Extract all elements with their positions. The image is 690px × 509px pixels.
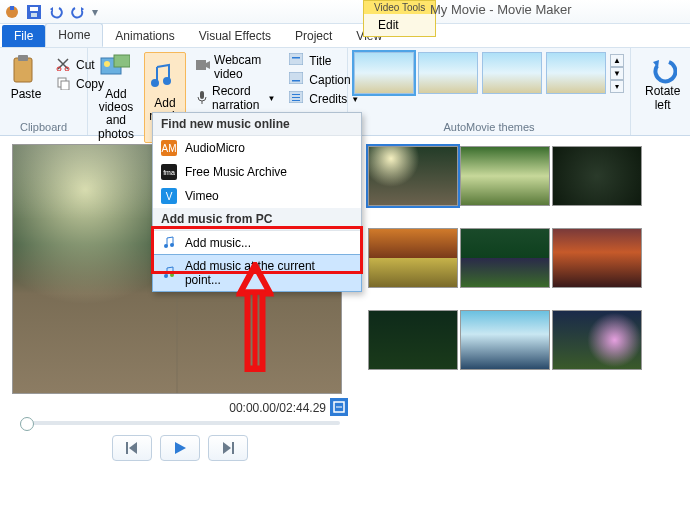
- tab-home[interactable]: Home: [45, 23, 103, 47]
- context-tab-group: Video Tools Edit: [363, 0, 436, 37]
- context-tab-header: Video Tools: [363, 0, 436, 14]
- clip-5[interactable]: [460, 228, 550, 288]
- automovie-theme-1[interactable]: [354, 52, 414, 94]
- seek-bar[interactable]: [20, 421, 340, 425]
- svg-rect-26: [292, 97, 300, 98]
- next-frame-button[interactable]: [208, 435, 248, 461]
- svg-rect-5: [14, 58, 32, 82]
- paste-label: Paste: [11, 88, 42, 101]
- save-icon[interactable]: [26, 4, 42, 20]
- fullscreen-icon[interactable]: [330, 398, 348, 416]
- paste-button[interactable]: Paste: [6, 52, 46, 103]
- quick-access-toolbar: ▾: [0, 0, 690, 24]
- webcam-button[interactable]: Webcam video: [192, 52, 279, 82]
- audiomicro-icon: AM: [161, 140, 177, 156]
- svg-rect-1: [10, 6, 14, 10]
- themes-more[interactable]: ▾: [610, 80, 624, 93]
- qat-more-icon[interactable]: ▾: [92, 5, 98, 19]
- clip-7[interactable]: [368, 310, 458, 370]
- svg-point-14: [151, 79, 159, 87]
- play-button[interactable]: [160, 435, 200, 461]
- svg-rect-20: [289, 53, 303, 65]
- ribbon-tabs: File Home Animations Visual Effects Proj…: [0, 24, 690, 48]
- dd-header-online: Find new music online: [153, 113, 361, 136]
- svg-rect-16: [196, 60, 206, 70]
- svg-rect-21: [292, 57, 300, 59]
- svg-point-33: [164, 274, 168, 278]
- clip-9[interactable]: [552, 310, 642, 370]
- svg-point-12: [104, 61, 110, 67]
- svg-rect-27: [292, 100, 300, 101]
- automovie-theme-2[interactable]: [418, 52, 478, 94]
- tab-edit[interactable]: Edit: [363, 14, 436, 37]
- svg-point-15: [163, 77, 171, 85]
- tab-visual-effects[interactable]: Visual Effects: [187, 25, 283, 47]
- group-label-clipboard: Clipboard: [6, 119, 81, 133]
- svg-rect-13: [114, 55, 130, 67]
- rotate-left-button[interactable]: Rotate left: [637, 52, 688, 116]
- svg-rect-29: [126, 442, 128, 454]
- group-label-themes: AutoMovie themes: [354, 119, 624, 133]
- themes-scroll-down[interactable]: ▼: [610, 67, 624, 80]
- automovie-theme-3[interactable]: [482, 52, 542, 94]
- add-videos-button[interactable]: Add videos and photos: [94, 52, 138, 143]
- clip-2[interactable]: [460, 146, 550, 206]
- tab-file[interactable]: File: [2, 25, 45, 47]
- redo-icon[interactable]: [70, 4, 86, 20]
- dd-vimeo[interactable]: VVimeo: [153, 184, 361, 208]
- undo-icon[interactable]: [48, 4, 64, 20]
- themes-scroll-up[interactable]: ▲: [610, 54, 624, 67]
- svg-rect-17: [200, 91, 204, 99]
- app-icon: [4, 4, 20, 20]
- svg-rect-23: [292, 80, 300, 82]
- svg-rect-3: [30, 7, 38, 11]
- narration-button[interactable]: Record narration▼: [192, 83, 279, 113]
- clip-1[interactable]: [368, 146, 458, 206]
- tab-project[interactable]: Project: [283, 25, 344, 47]
- annotation-arrow: [230, 262, 280, 372]
- clip-6[interactable]: [552, 228, 642, 288]
- vimeo-icon: V: [161, 188, 177, 204]
- svg-rect-4: [31, 13, 37, 17]
- fma-icon: fma: [161, 164, 177, 180]
- window-title: My Movie - Movie Maker: [430, 2, 572, 17]
- svg-rect-10: [61, 81, 69, 90]
- tab-animations[interactable]: Animations: [103, 25, 186, 47]
- automovie-theme-4[interactable]: [546, 52, 606, 94]
- clip-4[interactable]: [368, 228, 458, 288]
- storyboard[interactable]: [360, 136, 690, 509]
- prev-frame-button[interactable]: [112, 435, 152, 461]
- clip-8[interactable]: [460, 310, 550, 370]
- clip-3[interactable]: [552, 146, 642, 206]
- dd-audiomicro[interactable]: AMAudioMicro: [153, 136, 361, 160]
- timecode-text: 00:00.00/02:44.29: [229, 401, 326, 415]
- svg-rect-25: [292, 94, 300, 95]
- svg-rect-6: [18, 55, 28, 61]
- dd-fma[interactable]: fmaFree Music Archive: [153, 160, 361, 184]
- svg-rect-30: [232, 442, 234, 454]
- svg-rect-22: [289, 72, 303, 84]
